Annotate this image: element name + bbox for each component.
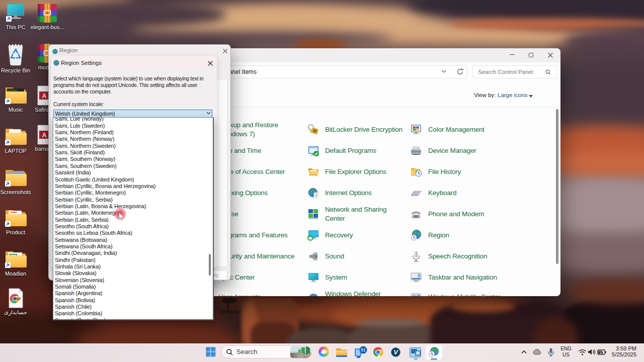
svg-text:A: A [42, 93, 47, 100]
svg-text:PDF: PDF [15, 297, 21, 301]
svg-text:91: 91 [361, 347, 366, 352]
svg-text:A: A [42, 132, 47, 139]
